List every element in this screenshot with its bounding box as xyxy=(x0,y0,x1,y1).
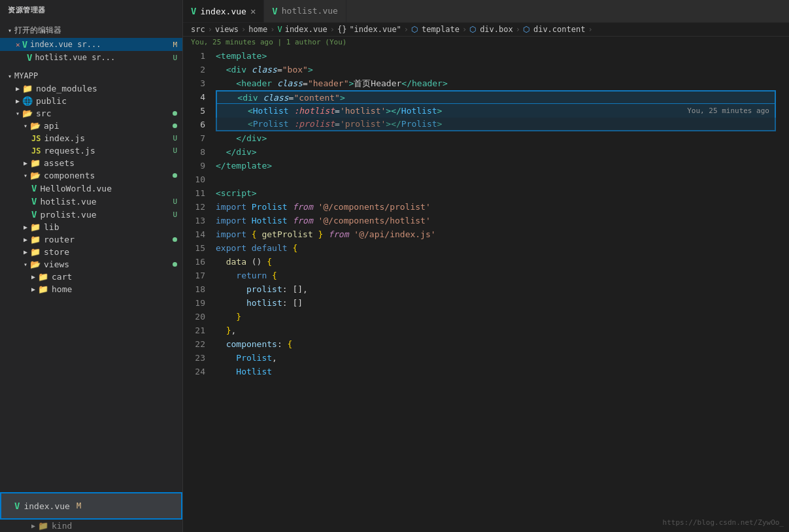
folder-icon: 📁 xyxy=(30,247,41,257)
folder-cart[interactable]: ▶ 📁 cart xyxy=(0,271,182,283)
line-num-6: 6 xyxy=(183,118,210,131)
open-editor-hotlist-vue[interactable]: V hotlist.vue sr... U xyxy=(0,51,182,64)
code-token: { xyxy=(272,269,277,282)
tab-label: hotlist.vue xyxy=(282,6,338,16)
folder-icon: 🌐 xyxy=(22,96,33,106)
bottom-file-area: V index.vue M ▶ 📁 kind xyxy=(0,492,182,532)
breadcrumb-sep: › xyxy=(208,25,212,34)
open-editors-section: ▾ 打开的编辑器 ✕ V index.vue sr... M V hotlist… xyxy=(0,20,182,67)
folder-public[interactable]: ▶ 🌐 public xyxy=(0,95,182,107)
breadcrumb-views[interactable]: views xyxy=(215,25,239,34)
code-line-7: </div> xyxy=(216,131,776,145)
tab-index-vue[interactable]: V index.vue ✕ xyxy=(183,0,264,22)
myapp-header[interactable]: ▾ MYAPP xyxy=(0,69,182,82)
code-token: <div xyxy=(237,91,263,105)
folder-src[interactable]: ▾ 📂 src xyxy=(0,107,182,120)
breadcrumb-quote-name[interactable]: "index.vue" xyxy=(349,25,401,34)
code-token: } xyxy=(236,310,241,324)
tab-bar: V index.vue ✕ V hotlist.vue xyxy=(183,0,789,23)
breadcrumb-divbox[interactable]: div.box xyxy=(480,25,513,34)
breadcrumb-braces: {} xyxy=(337,25,346,34)
folder-assets[interactable]: ▶ 📁 assets xyxy=(0,157,182,169)
code-token: getProlist xyxy=(261,227,312,241)
code-token: default xyxy=(252,241,293,255)
line-num-11: 11 xyxy=(183,186,210,200)
breadcrumb: src › views › home › V index.vue › {} "i… xyxy=(183,23,789,37)
file-name: hotlist.vue sr... xyxy=(35,53,115,62)
code-token: , xyxy=(231,324,236,337)
code-token: 'hotlist' xyxy=(340,104,386,118)
open-editors-header[interactable]: ▾ 打开的编辑器 xyxy=(0,23,182,38)
breadcrumb-cube-icon3: ⬡ xyxy=(523,25,529,34)
breadcrumb-template[interactable]: template xyxy=(422,25,460,34)
code-line-3: <header class="header">首页Header</header> xyxy=(216,76,776,90)
open-editor-index-vue[interactable]: ✕ V index.vue sr... M xyxy=(0,38,182,51)
folder-name: components xyxy=(44,171,95,180)
line-num-5: 5 xyxy=(183,104,210,118)
chevron-right-icon: ▶ xyxy=(16,97,20,105)
file-name: index.js xyxy=(44,133,85,143)
breadcrumb-divcontent[interactable]: div.content xyxy=(533,25,585,34)
line-num-7: 7 xyxy=(183,131,210,145)
line-num-1: 1 xyxy=(183,49,210,63)
folder-name: api xyxy=(44,121,59,131)
code-token: : [] xyxy=(282,296,303,310)
code-token: () xyxy=(252,255,267,269)
code-token: = xyxy=(277,63,282,76)
breadcrumb-vue-icon: V xyxy=(277,25,282,34)
code-token: > xyxy=(349,76,354,90)
chevron-right-icon: ▶ xyxy=(24,159,27,167)
folder-icon: 📂 xyxy=(30,121,41,131)
folder-kind-partial[interactable]: ▶ 📁 kind xyxy=(0,520,182,532)
folder-components[interactable]: ▾ 📂 components xyxy=(0,169,182,182)
folder-name: cart xyxy=(52,272,72,282)
code-token: "content" xyxy=(294,91,339,105)
folder-views[interactable]: ▾ 📂 views xyxy=(0,258,182,271)
folder-node-modules[interactable]: ▶ 📁 node_modules xyxy=(0,82,182,95)
code-token: class xyxy=(252,63,277,76)
vue-icon: V xyxy=(14,501,20,511)
vue-icon: V xyxy=(31,209,37,220)
file-hotlist-vue-comp[interactable]: V hotlist.vue U xyxy=(0,195,182,208)
file-prolist-vue[interactable]: V prolist.vue U xyxy=(0,208,182,221)
code-line-24: Hotlist xyxy=(216,365,776,378)
folder-home[interactable]: ▶ 📁 home xyxy=(0,283,182,295)
code-token: Hotlist xyxy=(252,214,293,227)
code-token: ></ xyxy=(386,117,401,131)
folder-router[interactable]: ▶ 📁 router xyxy=(0,233,182,246)
bottom-file-badge: M xyxy=(76,501,81,510)
main-area: V index.vue ✕ V hotlist.vue src › views … xyxy=(183,0,789,532)
folder-store[interactable]: ▶ 📁 store xyxy=(0,246,182,258)
code-token xyxy=(216,310,236,324)
code-lines[interactable]: <template> <div class="box"> <header cla… xyxy=(216,49,789,532)
folder-lib[interactable]: ▶ 📁 lib xyxy=(0,221,182,233)
folder-icon: 📁 xyxy=(30,235,41,244)
code-token: Hotlist xyxy=(401,104,437,118)
code-token xyxy=(216,131,236,145)
line-num-18: 18 xyxy=(183,282,210,296)
breadcrumb-home[interactable]: home xyxy=(248,25,267,34)
code-token: :hotlist xyxy=(294,104,335,118)
line-num-22: 22 xyxy=(183,337,210,351)
line-num-17: 17 xyxy=(183,269,210,282)
code-token xyxy=(216,269,236,282)
file-request-js[interactable]: JS request.js U xyxy=(0,144,182,157)
breadcrumb-src[interactable]: src xyxy=(191,25,205,34)
close-icon[interactable]: ✕ xyxy=(16,41,20,49)
bottom-file-box[interactable]: V index.vue M xyxy=(0,492,182,520)
code-token xyxy=(216,76,236,90)
tab-hotlist-vue[interactable]: V hotlist.vue xyxy=(264,0,346,22)
code-token: > xyxy=(308,63,313,76)
code-line-16: data () { xyxy=(216,255,776,269)
line-num-16: 16 xyxy=(183,255,210,269)
file-name: request.js xyxy=(44,146,95,156)
folder-icon: 📂 xyxy=(30,259,41,269)
code-token: prolist xyxy=(246,282,282,296)
code-line-10 xyxy=(216,173,776,186)
code-token: < xyxy=(248,104,253,118)
file-index-js[interactable]: JS index.js U xyxy=(0,132,182,144)
folder-api[interactable]: ▾ 📂 api xyxy=(0,120,182,132)
breadcrumb-index-vue[interactable]: index.vue xyxy=(285,25,327,34)
tab-close-icon[interactable]: ✕ xyxy=(250,6,256,16)
file-helloworld-vue[interactable]: V HelloWorld.vue xyxy=(0,182,182,195)
